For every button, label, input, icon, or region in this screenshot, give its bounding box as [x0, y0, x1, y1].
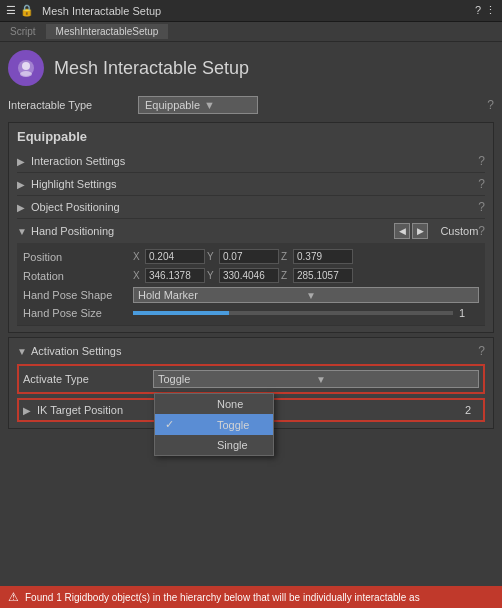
- interaction-settings-row[interactable]: ▶ Interaction Settings ?: [17, 150, 485, 173]
- tab-mesh-interactable[interactable]: MeshInteractableSetup: [46, 24, 169, 39]
- position-row: Position X Y Z: [23, 247, 479, 266]
- position-label: Position: [23, 251, 133, 263]
- dropdown-arrow-icon: ▼: [204, 99, 251, 111]
- hand-pose-shape-arrow-icon: ▼: [306, 290, 474, 301]
- interaction-settings-collapse-icon: ▶: [17, 156, 31, 167]
- activation-section: ▼ Activation Settings ? Activate Type To…: [8, 337, 494, 429]
- component-title: Mesh Interactable Setup: [54, 58, 249, 79]
- lock-icon: 🔒: [20, 4, 34, 17]
- position-xyz-group: X Y Z: [133, 249, 353, 264]
- position-x-input[interactable]: [145, 249, 205, 264]
- title-bar: ☰ 🔒 Mesh Interactable Setup ? ⋮: [0, 0, 502, 22]
- hand-pose-size-label: Hand Pose Size: [23, 307, 133, 319]
- status-bar: ⚠ Found 1 Rigidbody object(s) in the hie…: [0, 586, 502, 608]
- tab-bar: Script MeshInteractableSetup: [0, 22, 502, 42]
- activate-type-dropdown[interactable]: Toggle ▼ None ✓ Toggle Single: [153, 370, 479, 388]
- activation-header: ▼ Activation Settings ?: [17, 344, 485, 358]
- equippable-section: Equippable ▶ Interaction Settings ? ▶ Hi…: [8, 122, 494, 333]
- hand-pose-shape-dropdown[interactable]: Hold Marker ▼: [133, 287, 479, 303]
- title-bar-right: ? ⋮: [475, 4, 496, 17]
- hand-pose-shape-label: Hand Pose Shape: [23, 289, 133, 301]
- hand-pos-next-button[interactable]: ▶: [412, 223, 428, 239]
- hand-pose-shape-row: Hand Pose Shape Hold Marker ▼: [23, 285, 479, 305]
- hand-pose-size-value: 1: [459, 307, 479, 319]
- interactable-type-label: Interactable Type: [8, 99, 138, 111]
- activate-option-toggle[interactable]: ✓ Toggle: [155, 414, 273, 435]
- activate-option-single[interactable]: Single: [155, 435, 273, 455]
- hand-pos-prev-button[interactable]: ◀: [394, 223, 410, 239]
- title-bar-title: Mesh Interactable Setup: [42, 5, 161, 17]
- activate-option-none[interactable]: None: [155, 394, 273, 414]
- rotation-x-label: X: [133, 270, 143, 281]
- highlight-settings-row[interactable]: ▶ Highlight Settings ?: [17, 173, 485, 196]
- hand-positioning-collapse-icon: ▼: [17, 226, 31, 237]
- rotation-row: Rotation X Y Z: [23, 266, 479, 285]
- toggle-check-icon: ✓: [165, 418, 211, 431]
- more-icon[interactable]: ⋮: [485, 4, 496, 17]
- interactable-type-help-icon[interactable]: ?: [487, 98, 494, 112]
- position-z-input[interactable]: [293, 249, 353, 264]
- activation-help-icon[interactable]: ?: [478, 344, 485, 358]
- rotation-y-label: Y: [207, 270, 217, 281]
- hand-positioning-subfields: Position X Y Z Rotation X Y Z: [17, 243, 485, 326]
- activate-type-label: Activate Type: [23, 373, 153, 385]
- hand-positioning-help-icon[interactable]: ?: [478, 224, 485, 238]
- rotation-xyz-group: X Y Z: [133, 268, 353, 283]
- object-positioning-label: Object Positioning: [31, 201, 478, 213]
- title-bar-icons: ☰ 🔒: [6, 4, 34, 17]
- ik-target-value: 2: [465, 404, 471, 416]
- help-icon[interactable]: ?: [475, 4, 481, 17]
- svg-point-2: [20, 71, 32, 77]
- main-content: Mesh Interactable Setup Interactable Typ…: [0, 42, 502, 608]
- svg-point-1: [22, 62, 30, 70]
- hand-pos-nav: ◀ ▶: [394, 223, 428, 239]
- position-x-label: X: [133, 251, 143, 262]
- interactable-type-row: Interactable Type Equippable ▼ ?: [8, 96, 494, 114]
- ik-collapse-icon: ▶: [23, 405, 37, 416]
- status-message: Found 1 Rigidbody object(s) in the hiera…: [25, 592, 420, 603]
- object-positioning-collapse-icon: ▶: [17, 202, 31, 213]
- component-icon: [8, 50, 44, 86]
- object-positioning-help-icon[interactable]: ?: [478, 200, 485, 214]
- activation-collapse-icon: ▼: [17, 346, 31, 357]
- tab-script[interactable]: Script: [0, 24, 46, 39]
- highlight-settings-collapse-icon: ▶: [17, 179, 31, 190]
- interactable-type-dropdown[interactable]: Equippable ▼: [138, 96, 258, 114]
- component-header: Mesh Interactable Setup: [8, 50, 494, 86]
- highlight-settings-label: Highlight Settings: [31, 178, 478, 190]
- interaction-settings-label: Interaction Settings: [31, 155, 478, 167]
- object-positioning-row[interactable]: ▶ Object Positioning ?: [17, 196, 485, 219]
- position-y-input[interactable]: [219, 249, 279, 264]
- hand-positioning-row[interactable]: ▼ Hand Positioning ◀ ▶ Custom ?: [17, 219, 485, 243]
- status-warning-icon: ⚠: [8, 590, 19, 604]
- rotation-x-input[interactable]: [145, 268, 205, 283]
- rotation-y-input[interactable]: [219, 268, 279, 283]
- rotation-label: Rotation: [23, 270, 133, 282]
- activate-type-arrow-icon: ▼: [316, 374, 474, 385]
- activate-type-popup: None ✓ Toggle Single: [154, 393, 274, 456]
- rotation-z-label: Z: [281, 270, 291, 281]
- activate-type-row: Activate Type Toggle ▼ None ✓ Toggle: [17, 364, 485, 394]
- menu-icon: ☰: [6, 4, 16, 17]
- position-z-label: Z: [281, 251, 291, 262]
- activation-title: Activation Settings: [31, 345, 478, 357]
- hand-pose-size-row: Hand Pose Size 1: [23, 305, 479, 321]
- hand-pos-value: Custom: [440, 225, 478, 237]
- equippable-title: Equippable: [17, 129, 485, 144]
- hand-positioning-label: Hand Positioning: [31, 225, 394, 237]
- hand-pose-size-slider[interactable]: [133, 311, 453, 315]
- rotation-z-input[interactable]: [293, 268, 353, 283]
- highlight-settings-help-icon[interactable]: ?: [478, 177, 485, 191]
- position-y-label: Y: [207, 251, 217, 262]
- interaction-settings-help-icon[interactable]: ?: [478, 154, 485, 168]
